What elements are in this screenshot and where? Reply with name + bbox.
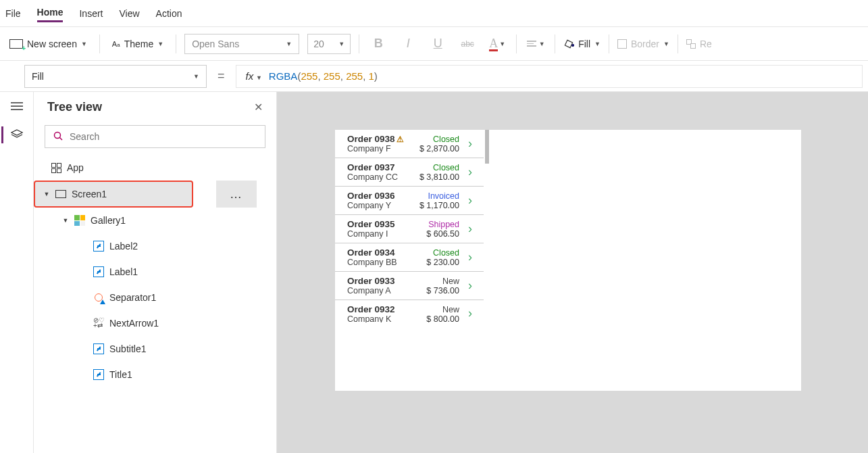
chevron-right-icon[interactable]: › [463,165,477,179]
chevron-right-icon[interactable]: › [463,250,477,264]
order-company: Company I [347,229,422,239]
tree-node-separator1[interactable]: Separator1 [34,285,276,310]
property-selector[interactable]: Fill ▼ [24,65,207,88]
underline-button[interactable]: U [427,34,449,54]
gallery-row[interactable]: Order 0935ShippedCompany I$ 606.50› [335,215,484,243]
left-rail [0,92,34,453]
new-screen-label: New screen [27,39,77,49]
order-title: Order 0935 [347,219,422,229]
order-status: Closed [426,248,459,258]
order-title: Order 0936 [347,191,415,201]
hamburger-icon[interactable] [11,101,23,113]
warning-icon: ⚠ [397,135,404,144]
canvas-area[interactable]: Order 0938⚠ClosedCompany F$ 2,870.00›Ord… [277,92,868,453]
gallery-row[interactable]: Order 0936InvoicedCompany Y$ 1,170.00› [335,187,484,215]
font-color-button[interactable]: A ▼ [486,34,508,54]
svg-point-4 [55,132,61,138]
scrollbar[interactable] [485,130,489,164]
screen-preview[interactable]: Order 0938⚠ClosedCompany F$ 2,870.00›Ord… [335,130,801,391]
tree-node-label1[interactable]: Label1 [34,259,276,285]
order-amount: $ 800.00 [426,314,459,323]
new-screen-button[interactable]: New screen ▼ [9,39,87,49]
font-size-value: 20 [313,39,324,49]
tree-node-title1[interactable]: Title1 [34,362,276,387]
italic-button[interactable]: I [397,34,419,54]
search-icon [53,131,63,143]
order-amount: $ 230.00 [426,258,459,267]
gallery-icon [74,215,85,226]
tree-view-panel: Tree view ✕ App ▼ Screen1 … [34,92,277,453]
tree-node-more-button[interactable]: … [216,181,257,208]
reorder-button[interactable]: Re [686,39,712,49]
gallery-row[interactable]: Order 0937ClosedCompany CC$ 3,810.00› [335,158,484,187]
theme-icon: Aa [112,40,120,48]
order-status: New [426,277,459,286]
tree-node-label2[interactable]: Label2 [34,233,276,259]
formula-bar: Fill ▼ = fx ▼ RGBA(255, 255, 255, 1) [0,61,868,92]
tree-node-nextarrow1[interactable]: ⊘♡+⇄ NextArrow1 [34,310,276,336]
equals-icon: = [213,69,229,83]
chevron-down-icon: ▼ [81,41,87,47]
order-status: Invoiced [419,191,459,201]
theme-label: Theme [124,39,154,49]
menu-file[interactable]: File [5,5,21,22]
gallery-row[interactable]: Order 0934ClosedCompany BB$ 230.00› [335,243,484,272]
strikethrough-button[interactable]: abc [457,34,478,54]
order-amount: $ 606.50 [426,229,459,239]
label-icon [93,343,104,354]
fill-button[interactable]: Fill ▼ [563,39,601,49]
border-label: Border [631,39,659,49]
reorder-icon [686,39,696,49]
close-icon[interactable]: ✕ [254,101,263,114]
search-field[interactable] [70,131,257,142]
border-button[interactable]: Border ▼ [617,39,669,49]
order-status: Shipped [426,220,459,229]
chevron-right-icon[interactable]: › [463,306,477,320]
menu-action[interactable]: Action [156,5,182,22]
chevron-right-icon[interactable]: › [463,279,477,293]
formula-input[interactable]: fx ▼ RGBA(255, 255, 255, 1) [236,65,863,88]
order-amount: $ 1,170.00 [419,201,459,210]
chevron-down-icon: ▼ [286,41,292,47]
tree-label: Gallery1 [91,215,126,226]
tree-node-subtitle1[interactable]: Subtitle1 [34,336,276,362]
tree-node-app[interactable]: App [34,155,276,181]
label-icon [93,369,104,380]
menu-home[interactable]: Home [37,4,63,22]
tree-search-input[interactable] [45,125,265,148]
align-button[interactable]: ▼ [525,34,546,54]
tree-label: Screen1 [72,189,107,199]
tree-node-screen1[interactable]: ▼ Screen1 [34,181,193,208]
chevron-right-icon[interactable]: › [463,137,477,151]
order-company: Company BB [347,258,422,267]
gallery-row[interactable]: Order 0938⚠ClosedCompany F$ 2,870.00› [335,130,484,158]
tree-label: Title1 [109,369,132,380]
menu-view[interactable]: View [119,5,139,22]
ribbon: New screen ▼ Aa Theme ▼ Open Sans ▼ 20 ▼… [0,27,868,61]
gallery-preview[interactable]: Order 0938⚠ClosedCompany F$ 2,870.00›Ord… [335,130,484,324]
order-status: Closed [419,135,459,144]
menu-insert[interactable]: Insert [79,5,103,22]
gallery-row[interactable]: Order 0932NewCompany K$ 800.00› [335,300,484,324]
app-icon [51,163,61,173]
rail-tree-view[interactable] [11,125,23,145]
order-title: Order 0937 [347,162,415,172]
tree-label: Label2 [109,241,138,252]
theme-button[interactable]: Aa Theme ▼ [112,39,163,49]
screen-icon [55,190,66,198]
order-company: Company K [347,314,422,323]
font-family-select[interactable]: Open Sans ▼ [184,34,299,54]
font-size-select[interactable]: 20 ▼ [307,34,351,54]
tree-label: Separator1 [109,292,156,303]
fill-label: Fill [578,39,590,49]
gallery-row[interactable]: Order 0933NewCompany A$ 736.00› [335,272,484,300]
order-company: Company CC [347,172,415,182]
caret-icon: ▼ [43,191,50,197]
order-title: Order 0932 [347,304,422,314]
tree-node-gallery1[interactable]: ▼ Gallery1 [34,208,276,233]
chevron-right-icon[interactable]: › [463,193,477,208]
order-company: Company F [347,144,415,153]
chevron-right-icon[interactable]: › [463,222,477,236]
label-icon [93,241,104,252]
bold-button[interactable]: B [367,34,389,54]
